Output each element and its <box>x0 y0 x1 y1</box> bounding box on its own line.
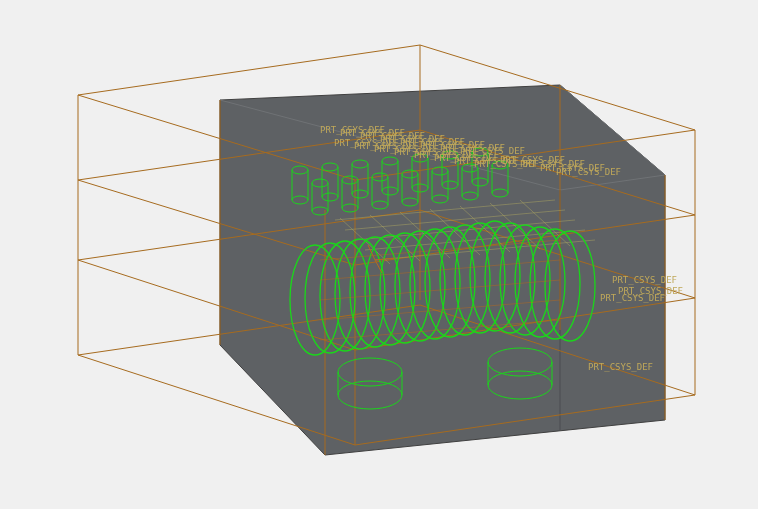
model-canvas[interactable] <box>0 0 758 509</box>
cad-3d-viewport[interactable]: PRT_CSYS_DEF PRT_CSYS_DEF PRT_CSYS_DEF P… <box>0 0 758 509</box>
svg-line-5 <box>78 45 420 95</box>
